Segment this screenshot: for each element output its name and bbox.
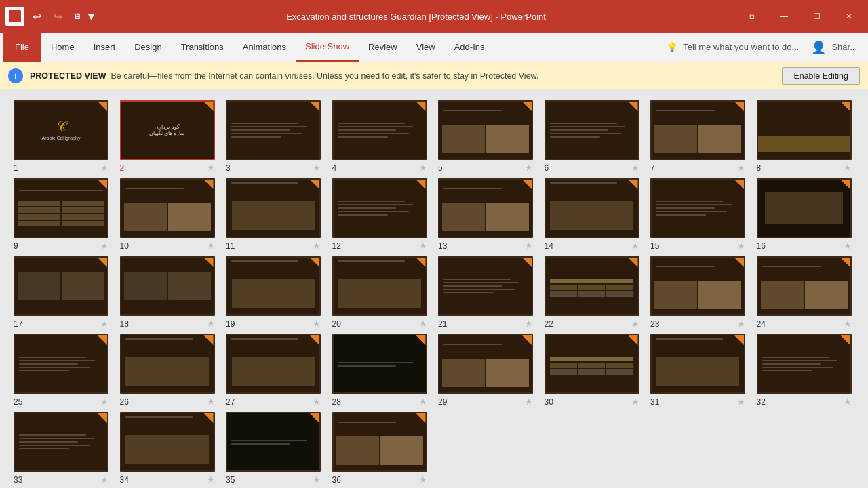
slide-item-30[interactable]: 30★ [545, 334, 643, 407]
slide-star-2[interactable]: ★ [207, 163, 215, 173]
minimize-button[interactable]: — [770, 5, 797, 27]
slide-star-6[interactable]: ★ [631, 163, 639, 173]
share-label[interactable]: Shar... [831, 42, 857, 52]
slide-item-10[interactable]: 10★ [120, 178, 218, 251]
slide-star-9[interactable]: ★ [100, 241, 108, 251]
slide-star-11[interactable]: ★ [313, 241, 321, 251]
slide-star-16[interactable]: ★ [844, 241, 852, 251]
slide-panel: 𝒞Arabic Calligraphy1★گود برداریسازه های … [0, 89, 868, 488]
slide-star-13[interactable]: ★ [525, 241, 533, 251]
slide-star-34[interactable]: ★ [207, 474, 215, 485]
slide-star-25[interactable]: ★ [100, 396, 108, 407]
slide-item-21[interactable]: 21★ [438, 256, 536, 329]
slide-star-24[interactable]: ★ [844, 319, 852, 329]
tab-slideshow[interactable]: Slide Show [296, 33, 359, 62]
window-controls: ⧉ — ☐ ✕ [738, 5, 863, 27]
tab-insert[interactable]: Insert [84, 33, 125, 62]
slide-item-12[interactable]: 12★ [332, 178, 431, 251]
tab-animations[interactable]: Animations [233, 33, 296, 62]
dropdown-icon[interactable]: ▾ [88, 9, 94, 24]
tab-review[interactable]: Review [359, 33, 407, 62]
tab-file[interactable]: File [3, 33, 41, 62]
title-bar-left: ↩ ↪ 🖥 ▾ [5, 7, 94, 26]
slide-star-33[interactable]: ★ [100, 474, 108, 485]
slide-star-22[interactable]: ★ [631, 319, 639, 329]
slide-star-8[interactable]: ★ [844, 163, 852, 173]
slide-item-22[interactable]: 22★ [545, 256, 643, 329]
maximize-button[interactable]: ☐ [803, 5, 830, 27]
slide-star-20[interactable]: ★ [419, 319, 427, 329]
slide-star-26[interactable]: ★ [207, 396, 215, 407]
close-button[interactable]: ✕ [835, 5, 863, 27]
slide-star-30[interactable]: ★ [631, 396, 639, 407]
slide-item-7[interactable]: 7★ [650, 100, 749, 173]
slide-star-31[interactable]: ★ [737, 396, 745, 407]
slide-item-28[interactable]: 28★ [332, 334, 431, 407]
slide-item-36[interactable]: 36★ [332, 412, 431, 485]
slide-item-33[interactable]: 33★ [14, 412, 112, 485]
slide-star-1[interactable]: ★ [100, 163, 108, 173]
slide-item-13[interactable]: 13★ [438, 178, 536, 251]
slide-star-14[interactable]: ★ [631, 241, 639, 251]
restore-down-button[interactable]: ⧉ [738, 5, 765, 27]
slide-star-36[interactable]: ★ [419, 474, 427, 485]
slide-item-3[interactable]: 3★ [226, 100, 324, 173]
slide-item-2[interactable]: گود برداریسازه های نگهبان2★ [120, 100, 218, 173]
slide-item-19[interactable]: 19★ [226, 256, 324, 329]
slide-star-3[interactable]: ★ [313, 163, 321, 173]
slide-star-21[interactable]: ★ [525, 319, 533, 329]
slide-item-31[interactable]: 31★ [650, 334, 749, 407]
slide-item-16[interactable]: 16★ [757, 178, 855, 251]
slide-item-32[interactable]: 32★ [757, 334, 855, 407]
slide-number-34: 34 [120, 475, 134, 485]
slide-item-11[interactable]: 11★ [226, 178, 324, 251]
slide-star-23[interactable]: ★ [737, 319, 745, 329]
enable-editing-button[interactable]: Enable Editing [782, 67, 860, 85]
slide-item-29[interactable]: 29★ [438, 334, 536, 407]
slide-item-27[interactable]: 27★ [226, 334, 324, 407]
slide-item-23[interactable]: 23★ [650, 256, 749, 329]
slide-item-14[interactable]: 14★ [545, 178, 643, 251]
slide-item-8[interactable]: 8★ [757, 100, 855, 173]
slide-item-15[interactable]: 15★ [650, 178, 749, 251]
undo-button[interactable]: ↩ [28, 9, 45, 24]
slide-item-1[interactable]: 𝒞Arabic Calligraphy1★ [14, 100, 112, 173]
slide-star-4[interactable]: ★ [419, 163, 427, 173]
slide-star-29[interactable]: ★ [525, 396, 533, 407]
slide-star-5[interactable]: ★ [525, 163, 533, 173]
slide-star-7[interactable]: ★ [737, 163, 745, 173]
slide-item-4[interactable]: 4★ [332, 100, 431, 173]
slide-star-15[interactable]: ★ [737, 241, 745, 251]
slide-number-1: 1 [14, 163, 27, 173]
redo-button[interactable]: ↪ [50, 9, 66, 24]
slide-item-6[interactable]: 6★ [545, 100, 643, 173]
tab-home[interactable]: Home [41, 33, 84, 62]
slide-number-26: 26 [120, 397, 134, 407]
slide-number-25: 25 [14, 397, 27, 407]
slide-star-28[interactable]: ★ [419, 396, 427, 407]
slide-star-17[interactable]: ★ [100, 319, 108, 329]
slide-item-17[interactable]: 17★ [14, 256, 112, 329]
slide-star-32[interactable]: ★ [844, 396, 852, 407]
slide-item-25[interactable]: 25★ [14, 334, 112, 407]
tab-view[interactable]: View [407, 33, 445, 62]
search-label[interactable]: Tell me what you want to do... [683, 42, 799, 52]
slide-item-24[interactable]: 24★ [757, 256, 855, 329]
slide-star-35[interactable]: ★ [313, 474, 321, 485]
slide-star-19[interactable]: ★ [313, 319, 321, 329]
slide-star-10[interactable]: ★ [207, 241, 215, 251]
slide-item-9[interactable]: 9★ [14, 178, 112, 251]
tab-transitions[interactable]: Transitions [172, 33, 233, 62]
tab-design[interactable]: Design [125, 33, 171, 62]
slide-item-26[interactable]: 26★ [120, 334, 218, 407]
slide-item-35[interactable]: 35★ [226, 412, 324, 485]
slide-item-20[interactable]: 20★ [332, 256, 431, 329]
slide-item-5[interactable]: 5★ [438, 100, 536, 173]
slide-star-12[interactable]: ★ [419, 241, 427, 251]
slide-star-27[interactable]: ★ [313, 396, 321, 407]
slide-item-18[interactable]: 18★ [120, 256, 218, 329]
slide-item-34[interactable]: 34★ [120, 412, 218, 485]
slide-star-18[interactable]: ★ [207, 319, 215, 329]
slide-number-31: 31 [650, 397, 664, 407]
tab-addins[interactable]: Add-Ins [445, 33, 494, 62]
